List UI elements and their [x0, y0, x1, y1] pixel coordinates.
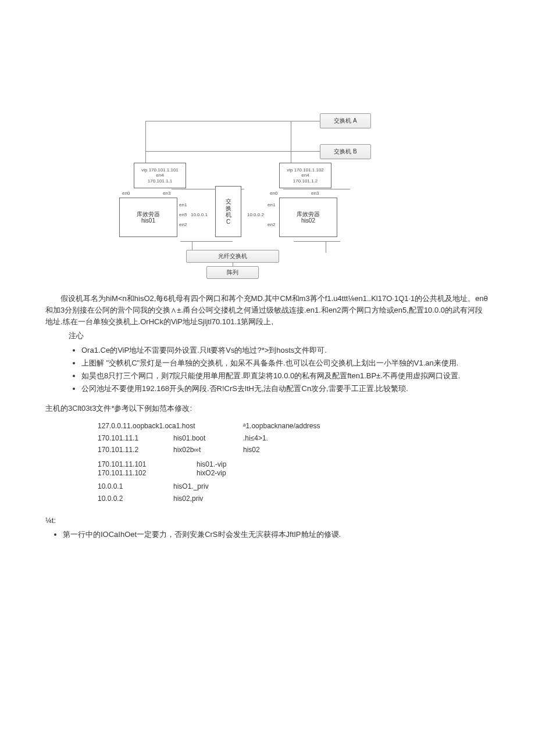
vip-box-2: vip 170.101.1.102 en4 170.101.1.2 — [279, 163, 331, 188]
vip1-line2: en4 — [156, 173, 163, 178]
hosts-r6c1: 10.0.0.1 — [98, 481, 173, 492]
hosts-r2c1: 170.101.11.1 — [98, 432, 173, 444]
network-diagram: 交换机 A 交换机 B vip 170.101.1.101 en4 170.10… — [116, 110, 419, 279]
bullet-3: 如昊也8只打三个网口，则7院只能使用单用配置.即直柒将10.0.0的私有网及配置… — [81, 370, 490, 382]
paragraph-1: 假设机耳名为hiM<n和hisO2,每6机母有四个网口和苒个充MD.其中CM和m… — [45, 293, 490, 328]
bullet-1: Ora1.Ce的ViP地址不雷要同外设置.只lt要将Vs的地过?*>到hosts… — [81, 345, 490, 356]
hosts-row-5: 170.101.11.102 hixO2-vip — [98, 469, 490, 477]
hosts-r6c2: hisO1._priv — [173, 481, 243, 492]
switch-a-label: 交换机 A — [334, 117, 356, 124]
note-list: 第一行中的IOCaIhOet一定要力，否则安兼CrS时会发生无滨获得本JftIP… — [45, 529, 490, 540]
hosts-r5c1: 170.101.11.102 — [98, 469, 173, 477]
hosts-r4c2: his01.-vip — [173, 460, 266, 468]
hosts-r2c2: his01.boot — [173, 432, 243, 444]
hosts-row-4: 170.101.11.101 his01.-vip — [98, 460, 490, 468]
server1-title: 库效劳器 — [137, 211, 160, 218]
server2-name: his02 — [301, 217, 315, 224]
hosts-r5c2: hixO2-vip — [173, 469, 266, 477]
hosts-r1c3: ª1.oopbacknane/address — [243, 420, 348, 432]
switchc-l2: 换 — [226, 205, 231, 212]
bullet-2: 上图解 "交帙机C"景灯是一台单独的交换机，如呆不具备条件.也可以在公司交换机上… — [81, 357, 490, 369]
hosts-row-7: 10.0.0.2 his02,priv — [98, 493, 490, 504]
port-en3-1: en3 — [163, 191, 170, 196]
hosts-r2c3: .hi≤4>1. — [243, 432, 348, 444]
vip2-line1: vip 170.101.1.102 — [287, 167, 324, 173]
note-heading: 注心 — [45, 330, 490, 342]
port-en2-2: en2 — [268, 222, 275, 227]
switch-c: 交 换 机 C — [215, 186, 241, 237]
hosts-r3c1: 170.101.11.2 — [98, 444, 173, 456]
server-2: 库效劳器 his02 — [279, 198, 337, 237]
bullet-4: 公冈池址不要使用192.168开头的网段.否R!CrS去ltH无,法自动配置Cn… — [81, 383, 490, 395]
port-ip1: 10.0.0.1 — [191, 212, 208, 217]
switchc-l4: C — [226, 218, 230, 225]
vip2-line2: en4 — [301, 173, 309, 178]
hosts-r4c1: 170.101.11.101 — [98, 460, 173, 468]
fibre-switch-label: 光纤交换机 — [218, 253, 247, 260]
document-page: 交换机 A 交换机 B vip 170.101.1.101 en4 170.10… — [0, 0, 535, 605]
hosts-r3c3: his02 — [243, 444, 348, 456]
hosts-r1c1: 127.0.0.11.oopback1.oca1.host — [98, 420, 243, 432]
hosts-r7c2: his02,priv — [173, 493, 243, 504]
port-en2-1: en2 — [179, 222, 187, 227]
switch-b-label: 交换机 B — [334, 148, 356, 155]
port-en1-2: en1 — [268, 202, 275, 207]
vip2-line3: 170.101.1.2 — [293, 178, 318, 184]
hosts-row-3: 170.101.11.2 hix02b∞t his02 — [98, 444, 490, 456]
hosts-row-6: 10.0.0.1 hisO1._priv — [98, 481, 490, 492]
port-en0-2: en0 — [270, 191, 277, 196]
vip1-line3: 170.101.1.1 — [148, 178, 172, 184]
disk-array: 阵列 — [206, 266, 259, 279]
port-en3-2: en3 — [311, 191, 319, 196]
port-en5-1: en5 — [179, 212, 187, 217]
server2-title: 库效劳器 — [297, 211, 320, 218]
note-label: ¼t: — [45, 515, 490, 526]
port-en0-1: en0 — [122, 191, 130, 196]
vip1-line1: vip 170.101.1.101 — [141, 167, 179, 173]
array-label: 阵列 — [227, 269, 238, 276]
switch-a: 交换机 A — [320, 113, 371, 128]
hosts-row-2: 170.101.11.1 his01.boot .hi≤4>1. — [98, 432, 490, 444]
hosts-r7c1: 10.0.0.2 — [98, 493, 173, 504]
hosts-table: 127.0.0.11.oopback1.oca1.host ª1.oopback… — [98, 420, 490, 504]
server1-name: his01 — [141, 217, 155, 224]
switch-b: 交换机 B — [320, 144, 371, 159]
note-item-1: 第一行中的IOCaIhOet一定要力，否则安兼CrS时会发生无滨获得本JftIP… — [63, 529, 490, 540]
hosts-row-1: 127.0.0.11.oopback1.oca1.host ª1.oopback… — [98, 420, 490, 432]
switchc-l1: 交 — [226, 198, 231, 205]
port-en1-1: en1 — [179, 202, 187, 207]
server-1: 库效劳器 his01 — [119, 198, 177, 237]
hosts-intro: 主机的3Cſt03t3文件*参考以下例如范本修改: — [45, 403, 490, 414]
hosts-r3c2: hix02b∞t — [173, 444, 243, 456]
port-ip2: 10.0.0.2 — [247, 212, 264, 217]
switchc-l3: 机 — [226, 212, 231, 218]
vip-box-1: vip 170.101.1.101 en4 170.101.1.1 — [134, 163, 186, 188]
fibre-switch: 光纤交换机 — [186, 250, 279, 263]
bullet-list: Ora1.Ce的ViP地址不雷要同外设置.只lt要将Vs的地过?*>到hosts… — [45, 345, 490, 395]
